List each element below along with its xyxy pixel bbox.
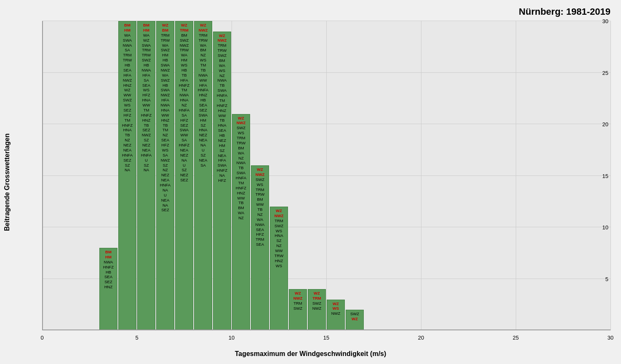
bar-label: HNA: [199, 128, 207, 133]
bar-label: TM: [125, 118, 131, 123]
bar-label: HNA: [123, 128, 131, 133]
bar-label: NWZ: [331, 311, 341, 316]
x-tick-label: 20: [418, 335, 424, 341]
bar-label: HFZ: [123, 113, 131, 118]
bar-label: NWA: [161, 103, 170, 108]
bar-label: TB: [219, 118, 224, 123]
plot-area: 51015202530510152025300BMHMNWAHNFZHBSEAS…: [42, 21, 610, 330]
bar-label: WZ: [162, 23, 168, 28]
bar-label: HB: [106, 270, 111, 275]
bar-label: SEZ: [199, 108, 207, 113]
bar-label: NWZ: [218, 38, 227, 43]
bar-label: NWA: [142, 68, 151, 73]
bar-label: WS: [162, 148, 168, 153]
bar-label: HB: [181, 68, 187, 73]
bar-label: TM: [181, 88, 187, 93]
bar-label: WW: [124, 93, 131, 98]
bar-label: TB: [163, 123, 168, 128]
bar-label: BM: [124, 23, 131, 28]
y-axis-label: Beitragende Grosswetterlagen: [3, 133, 11, 231]
bar-label: SA: [200, 163, 206, 168]
bar-label: HNFA: [236, 175, 246, 181]
bar-label: HNFA: [217, 93, 227, 98]
bar-label: SEZ: [180, 123, 188, 128]
bar-label: TRW: [142, 53, 151, 58]
bar-2: BMHMWAWZSWATRMTRWSWZHBNWAHFASASEAWSHFZHN…: [137, 21, 155, 330]
bar-label: SEA: [256, 242, 264, 247]
bar-label: SEZ: [123, 158, 131, 163]
bar-label: TRM: [275, 218, 283, 223]
bar-label: U: [145, 158, 148, 163]
bar-label: HB: [200, 98, 206, 103]
bar-label: WZ: [124, 88, 131, 93]
bar-label: NEA: [123, 148, 132, 153]
bar-label: NA: [163, 188, 168, 193]
bar-label: SA: [163, 153, 168, 158]
bar-label: NA: [181, 158, 187, 163]
bar-label: SWA: [161, 88, 170, 93]
y-tick-label: 30: [602, 18, 608, 24]
bar-label: NA: [200, 143, 206, 148]
bar-label: TRM: [180, 28, 189, 33]
bar-label: SZ: [219, 148, 224, 153]
bar-label: SWZ: [312, 301, 321, 306]
bar-label: NEZ: [180, 173, 188, 178]
x-tick-label: 25: [513, 335, 519, 341]
bar-label: HFZ: [161, 143, 169, 148]
bar-label: HM: [200, 118, 206, 123]
bar-label: NWZ: [123, 78, 132, 83]
bar-label: SZ: [276, 238, 281, 243]
bar-label: HB: [144, 63, 149, 68]
bar-label: TB: [200, 68, 205, 73]
bar-label: WW: [162, 113, 169, 118]
bar-label: HNFA: [198, 88, 208, 93]
bar-label: WS: [181, 63, 187, 68]
bar-1: BMHMWASWANWASATRMTRWHBSEAHFANWZHNZWZWWSW…: [118, 21, 136, 330]
bar-label: WS: [124, 103, 131, 108]
bar-label: WA: [162, 43, 168, 48]
bar-label: WA: [219, 63, 225, 68]
bar-label: SEZ: [161, 207, 169, 213]
bar-label: HNZ: [142, 118, 151, 123]
bar-label: HB: [163, 83, 168, 88]
bar-label: NWZ: [275, 213, 284, 218]
bar-label: TRW: [180, 48, 189, 53]
bar-label: NA: [125, 167, 130, 173]
bar-label: SEZ: [104, 279, 112, 284]
bar-label: TRW: [161, 38, 170, 43]
bar-label: NWZ: [161, 68, 170, 73]
bar-label: HFA: [142, 73, 150, 78]
bar-label: WW: [200, 78, 207, 83]
bar-label: HFZ: [142, 93, 150, 98]
bar-label: TB: [181, 73, 187, 78]
bar-label: SWZ: [161, 48, 170, 53]
bar-label: NZ: [181, 103, 187, 108]
bar-label: HNFZ: [103, 265, 114, 270]
bar-label: NA: [219, 173, 225, 178]
bar-label: NEA: [180, 148, 189, 153]
bar-label: WA: [162, 73, 168, 78]
bar-label: NZ: [276, 243, 282, 248]
bar-label: HB: [163, 58, 168, 63]
bar-8: WZNWZSWZWSTRMTRWBMWWTBNZWANWASEAHFZTRMSE…: [251, 165, 269, 330]
x-axis-label: Tagesmaximum der Windgeschwindigkeit (m/…: [235, 350, 386, 358]
bar-label: SZ: [125, 163, 130, 168]
bar-label: HNA: [180, 98, 188, 103]
bar-label: WZ: [238, 116, 244, 121]
bar-label: TM: [238, 181, 244, 186]
bar-label: WA: [124, 33, 131, 38]
bar-label: NZ: [163, 133, 168, 138]
bar-label: NZ: [163, 167, 168, 173]
bar-label: SA: [144, 78, 149, 83]
bar-label: TRM: [218, 43, 227, 48]
bar-label: NWA: [199, 73, 208, 78]
bar-label: SEA: [199, 103, 207, 108]
bar-label: SEA: [104, 274, 112, 279]
bar-label: WZ: [314, 291, 320, 296]
bar-label: WA: [181, 53, 187, 58]
bar-label: NZ: [238, 215, 244, 221]
bar-label: NWZ: [312, 306, 322, 311]
bar-label: NEZ: [123, 143, 131, 148]
bar-label: TM: [144, 108, 149, 113]
bar-label: TRM: [123, 53, 132, 58]
